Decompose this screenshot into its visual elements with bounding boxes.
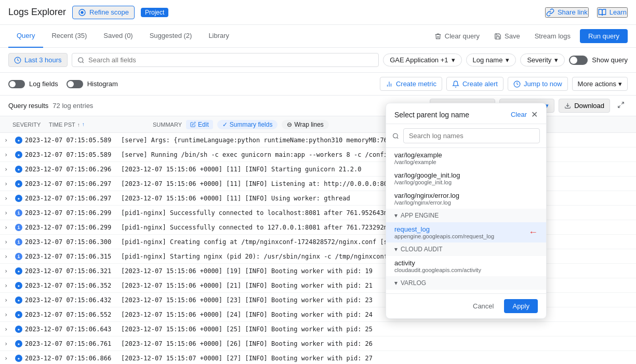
severity-indicator: ★ (15, 311, 22, 318)
toggle-control[interactable] (569, 56, 588, 65)
tab-bar: Query Recent (35) Saved (0) Suggested (2… (0, 25, 636, 48)
expand-button[interactable] (614, 99, 628, 113)
severity-cell: ★ (12, 166, 25, 173)
expand-icon[interactable]: › (4, 326, 12, 333)
list-item[interactable]: var/log/example /var/log/example (386, 148, 546, 168)
learn-button[interactable]: Learn (597, 7, 628, 18)
time-cell: 2023-12-07 07:15:06.432 (25, 296, 121, 304)
summary-fields-button[interactable]: ✓ Summary fields (217, 120, 278, 129)
create-alert-button[interactable]: Create alert (446, 77, 504, 91)
expand-icon[interactable]: › (4, 195, 12, 202)
summary-text: [pid1-nginx] Creating config at /tmp/ngi… (121, 238, 425, 246)
time-range-button[interactable]: Last 3 hours (8, 53, 68, 67)
summary-text: [pid1-nginx] Successfully connected to 1… (121, 224, 421, 231)
svg-line-15 (397, 137, 398, 138)
list-item-activity[interactable]: activity cloudaudit.googleapis.com/activ… (386, 256, 546, 276)
expand-icon[interactable]: › (4, 311, 12, 318)
log-fields-label: Log fields (29, 80, 58, 88)
tab-suggested[interactable]: Suggested (2) (141, 25, 201, 48)
severity-indicator: i (15, 238, 22, 246)
apply-button[interactable]: Apply (504, 299, 538, 313)
table-row[interactable]: › ★ 2023-12-07 07:15:06.643 [2023-12-07 … (0, 322, 636, 336)
resource-filter-chip[interactable]: GAE Application +1 (383, 53, 461, 66)
jump-to-now-button[interactable]: Jump to now (508, 77, 568, 91)
severity-indicator: ★ (15, 166, 22, 173)
summary-text: [2023-12-07 15:15:06 +0000] [11] [INFO] … (121, 195, 350, 202)
severity-indicator: ★ (15, 355, 22, 362)
table-row[interactable]: › ★ 2023-12-07 07:15:06.761 [2023-12-07 … (0, 336, 636, 351)
log-fields-toggle[interactable] (8, 80, 25, 88)
summary-text: [serve] Args: {runtimeLanguage:python ru… (121, 137, 425, 144)
expand-icon[interactable]: › (4, 238, 12, 246)
summary-text: [serve] Running /bin/sh -c exec gunicorn… (121, 151, 425, 158)
wrap-lines-button[interactable]: ⊖ Wrap lines (282, 120, 328, 129)
list-item[interactable]: var/log/nginx/error.log /var/log/nginx/e… (386, 188, 546, 209)
list-item[interactable]: var/log/google_init.log /var/log/google_… (386, 168, 546, 188)
severity-cell: i (12, 209, 25, 217)
expand-icon[interactable]: › (4, 224, 12, 231)
expand-icon[interactable]: › (4, 137, 12, 144)
severity-indicator: ★ (15, 195, 22, 202)
expand-icon[interactable]: › (4, 209, 12, 217)
search-icon (77, 57, 84, 64)
more-actions-button[interactable]: More actions (572, 77, 628, 91)
expand-icon[interactable]: › (4, 340, 12, 347)
expand-icon[interactable]: › (4, 151, 12, 158)
cloud-audit-section-header[interactable]: CLOUD AUDIT (386, 242, 546, 256)
severity-cell: i (12, 224, 25, 231)
time-cell: 2023-12-07 07:15:06.321 (25, 267, 121, 275)
summary-text: [2023-12-07 15:15:06 +0000] [25] [INFO] … (121, 326, 373, 333)
edit-summary-button[interactable]: Edit (186, 120, 213, 129)
time-cell: 2023-12-07 07:15:06.315 (25, 253, 121, 260)
log-fields-toggle-item[interactable]: Log fields (8, 80, 58, 88)
expand-icon[interactable]: › (4, 267, 12, 275)
log-name-filter-chevron (506, 56, 509, 64)
run-query-button[interactable]: Run query (580, 29, 628, 43)
expand-icon[interactable]: › (4, 355, 12, 362)
tab-recent[interactable]: Recent (35) (43, 25, 95, 48)
log-name-filter-chip[interactable]: Log name (466, 53, 516, 66)
histogram-toggle[interactable] (67, 80, 83, 88)
download-button[interactable]: Download (559, 99, 610, 113)
refine-scope-button[interactable]: Refine scope (72, 6, 135, 19)
expand-icon[interactable]: › (4, 180, 12, 187)
expand-icon[interactable]: › (4, 282, 12, 289)
severity-filter-chip[interactable]: Severity (520, 53, 565, 66)
time-col-header[interactable]: TIME PST ↑ (49, 122, 153, 128)
summary-text: [2023-12-07 15:15:06 +0000] [11] [INFO] … (121, 166, 361, 173)
clear-query-button[interactable]: Clear query (429, 29, 485, 43)
refine-scope-label: Refine scope (89, 8, 129, 16)
create-metric-button[interactable]: Create metric (380, 77, 442, 91)
severity-indicator: ★ (15, 340, 22, 347)
tab-library[interactable]: Library (200, 25, 237, 48)
save-button[interactable]: Save (489, 29, 525, 43)
tab-saved[interactable]: Saved (0) (95, 25, 141, 48)
search-input[interactable] (88, 56, 373, 64)
expand-icon[interactable]: › (4, 296, 12, 304)
severity-cell: ★ (12, 311, 25, 318)
popup-search-input[interactable] (403, 128, 540, 143)
share-link-button[interactable]: Share link (545, 7, 589, 18)
popup-clear-button[interactable]: Clear (511, 111, 527, 118)
chart-icon (386, 80, 393, 88)
expand-icon[interactable]: › (4, 166, 12, 173)
varlog-section-header[interactable]: VARLOG (386, 276, 546, 290)
scope-icon (78, 8, 86, 17)
popup-close-button[interactable]: ✕ (531, 110, 538, 119)
histogram-toggle-item[interactable]: Histogram (67, 80, 118, 88)
time-cell: 2023-12-07 07:15:06.296 (25, 166, 121, 173)
expand-icon[interactable]: › (4, 253, 12, 260)
show-query-toggle[interactable]: Show query (569, 56, 628, 65)
list-item-system[interactable]: system varlog/system (386, 290, 546, 293)
download-icon (564, 102, 571, 109)
table-row[interactable]: › ★ 2023-12-07 07:15:06.866 [2023-12-07 … (0, 351, 636, 364)
results-info: Query results 72 log entries (8, 102, 93, 110)
summary-text: [2023-12-07 15:15:06 +0000] [11] [INFO] … (121, 180, 421, 187)
app-engine-section-header[interactable]: APP ENGINE (386, 209, 546, 222)
stream-logs-button[interactable]: Stream logs (529, 29, 576, 43)
cancel-button[interactable]: Cancel (467, 299, 500, 313)
share-link-label: Share link (558, 8, 588, 16)
summary-cell: [2023-12-07 15:15:07 +0000] [27] [INFO] … (121, 355, 632, 362)
list-item-request-log[interactable]: request_log appengine.googleapis.com/req… (386, 222, 546, 242)
tab-query[interactable]: Query (8, 25, 43, 48)
